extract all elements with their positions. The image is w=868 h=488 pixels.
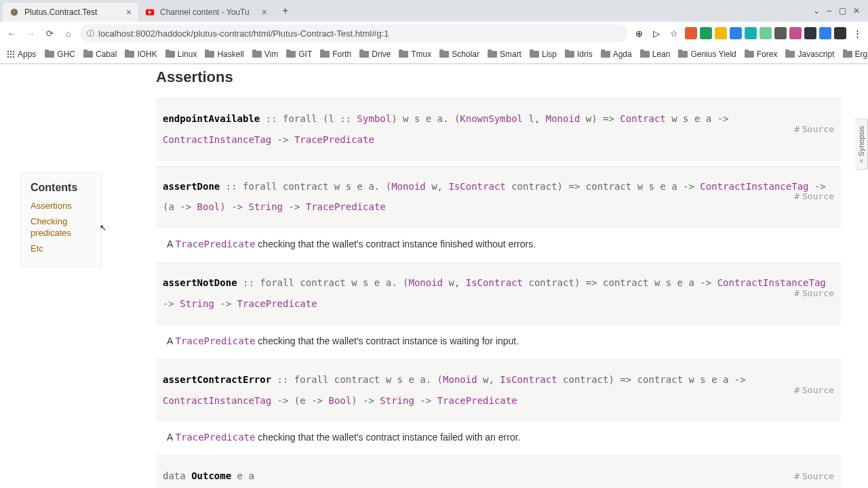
type-link-contract[interactable]: Contract (620, 113, 665, 124)
close-icon[interactable]: × (262, 7, 267, 18)
type-link-string[interactable]: String (180, 298, 214, 309)
zoom-icon[interactable]: ⊕ (632, 26, 646, 40)
bookmark-item[interactable]: Drive (356, 48, 394, 60)
type-link-iscontract[interactable]: IsContract (448, 181, 505, 192)
synopsis-toggle[interactable]: « Synopsis (855, 119, 868, 170)
sidebar-item-checking-predicates[interactable]: Checking predicates (31, 216, 92, 239)
maximize-icon[interactable]: ▢ (839, 6, 846, 16)
folder-icon (439, 51, 449, 58)
type-link-contractinstancetag[interactable]: ContractInstanceTag (163, 134, 271, 145)
chevron-left-icon: « (858, 159, 865, 163)
type-link-tracepredicate[interactable]: TracePredicate (175, 239, 255, 249)
extension-icon[interactable] (685, 27, 697, 39)
source-link[interactable]: #Source (794, 187, 834, 207)
bookmark-item[interactable]: Ergo (840, 48, 869, 60)
folder-icon (640, 51, 650, 58)
star-icon[interactable]: ☆ (667, 26, 681, 40)
bookmark-item[interactable]: Lean (637, 48, 674, 60)
tab-active[interactable]: Plutus.Contract.Test × (3, 3, 138, 22)
type-link-contractinstancetag[interactable]: ContractInstanceTag (700, 181, 808, 192)
bookmark-item[interactable]: Smart (484, 48, 525, 60)
extension-icon[interactable] (789, 27, 802, 39)
type-link-string[interactable]: String (248, 201, 283, 212)
bookmark-item[interactable]: Lisp (526, 48, 560, 60)
section-heading-assertions: Assertions (156, 68, 841, 86)
site-info-icon[interactable]: ⓘ (87, 28, 94, 39)
minimize-icon[interactable]: ‒ (827, 6, 832, 16)
type-link-tracepredicate[interactable]: TracePredicate (175, 336, 255, 346)
extension-icon[interactable] (819, 27, 831, 39)
type-link-tracepredicate[interactable]: TracePredicate (306, 201, 386, 212)
source-link[interactable]: #Source (794, 284, 834, 304)
type-link-monoid[interactable]: Monoid (408, 277, 443, 288)
menu-icon[interactable]: ⋮ (850, 26, 864, 40)
type-link-iscontract[interactable]: IsContract (500, 374, 557, 385)
bookmark-item[interactable]: Linux (162, 48, 201, 60)
bookmark-item[interactable]: Tmux (395, 48, 435, 60)
extension-icon[interactable] (804, 27, 816, 39)
nav-bar: ← → ⟳ ⌂ ⓘ localhost:8002/haddock/plutus-… (0, 22, 868, 45)
bookmark-item[interactable]: Forth (317, 48, 355, 60)
type-link-contractinstancetag[interactable]: ContractInstanceTag (163, 395, 271, 406)
type-link-monoid[interactable]: Monoid (546, 113, 580, 124)
sidebar-item-etc[interactable]: Etc (31, 243, 92, 255)
extension-icon[interactable] (834, 27, 846, 39)
type-link-monoid[interactable]: Monoid (443, 374, 477, 385)
bookmark-item[interactable]: Vim (249, 48, 281, 60)
type-link-string[interactable]: String (380, 395, 414, 406)
function-name[interactable]: assertDone (163, 181, 220, 192)
sidebar-item-assertions[interactable]: Assertions (31, 201, 92, 212)
back-button[interactable]: ← (4, 26, 19, 41)
bookmark-item[interactable]: Genius Yield (675, 48, 739, 60)
extension-icon[interactable] (715, 27, 727, 39)
bookmark-item[interactable]: Cabal (80, 48, 120, 60)
bookmark-item[interactable]: GHC (41, 48, 79, 60)
source-link[interactable]: #Source (794, 466, 834, 486)
chevron-down-icon[interactable]: ⌄ (813, 6, 820, 16)
type-link-monoid[interactable]: Monoid (391, 181, 426, 192)
reload-button[interactable]: ⟳ (42, 26, 57, 41)
bookmark-item[interactable]: GIT (283, 48, 315, 60)
new-tab-button[interactable]: + (278, 5, 292, 17)
close-icon[interactable]: × (126, 7, 132, 18)
bookmark-item[interactable]: Forex (741, 48, 781, 60)
page-viewport[interactable]: « Synopsis Contents Assertions Checking … (0, 64, 868, 488)
type-link-symbol[interactable]: Symbol (357, 113, 392, 124)
type-link-tracepredicate[interactable]: TracePredicate (294, 134, 374, 145)
apps-button[interactable]: Apps (4, 48, 39, 60)
extension-icon[interactable] (760, 27, 772, 39)
extension-icon[interactable] (745, 27, 757, 39)
bookmark-item[interactable]: IOHK (121, 48, 160, 60)
folder-icon (488, 51, 497, 58)
sidebar-title: Contents (31, 182, 92, 194)
svg-point-5 (13, 50, 15, 52)
type-link-iscontract[interactable]: IsContract (466, 277, 523, 288)
type-link-bool[interactable]: Bool (328, 395, 351, 406)
bookmark-item[interactable]: Idris (561, 48, 596, 60)
window-close-icon[interactable]: ✕ (853, 6, 860, 16)
type-link-tracepredicate[interactable]: TracePredicate (175, 432, 255, 443)
type-link-knownsymbol[interactable]: KnownSymbol (460, 113, 523, 124)
source-link[interactable]: #Source (794, 120, 834, 140)
source-link[interactable]: #Source (794, 380, 834, 400)
tab-inactive[interactable]: Channel content - YouTu × (138, 3, 274, 22)
bookmark-item[interactable]: Scholar (436, 48, 483, 60)
function-name[interactable]: endpointAvailable (163, 113, 260, 124)
extension-icon[interactable] (774, 27, 787, 39)
function-name[interactable]: assertNotDone (163, 277, 237, 288)
folder-icon (320, 51, 330, 58)
bookmark-item[interactable]: Agda (597, 48, 635, 60)
extension-icon[interactable] (700, 27, 712, 39)
function-name[interactable]: assertContractError (163, 374, 271, 385)
bookmark-item[interactable]: Haskell (201, 48, 247, 60)
extension-icon[interactable] (730, 27, 742, 39)
url-bar[interactable]: ⓘ localhost:8002/haddock/plutus-contract… (80, 24, 628, 42)
play-icon[interactable]: ▷ (650, 26, 663, 40)
bookmark-item[interactable]: Javascript (782, 48, 837, 60)
type-link-tracepredicate[interactable]: TracePredicate (437, 395, 517, 406)
home-button[interactable]: ⌂ (61, 26, 76, 41)
type-name[interactable]: Outcome (191, 470, 231, 481)
forward-button[interactable]: → (23, 26, 38, 41)
type-link-tracepredicate[interactable]: TracePredicate (237, 298, 317, 309)
type-link-bool[interactable]: Bool (197, 201, 220, 212)
